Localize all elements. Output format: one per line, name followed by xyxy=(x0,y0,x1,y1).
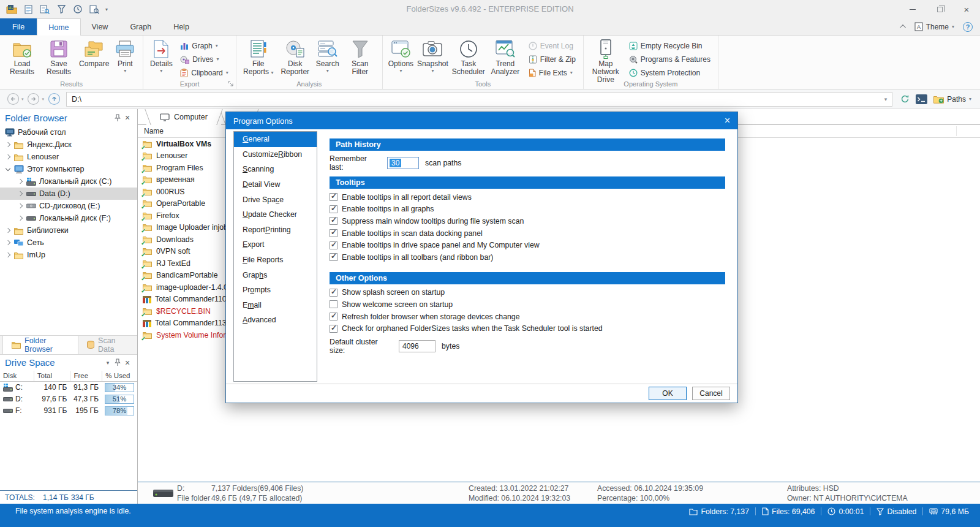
ribbon-button-trend-analyzer[interactable]: Trend Analyzer xyxy=(487,37,524,76)
ribbon-button-snapshot[interactable]: Snapshot▾ xyxy=(415,37,450,74)
checkbox-row-refresh-folder-browser-when-storage-devi[interactable]: Refresh folder browser when storage devi… xyxy=(330,311,725,323)
tree-expander-icon[interactable] xyxy=(4,153,13,162)
tab-graph[interactable]: Graph xyxy=(119,18,162,35)
ribbon-button-load-results[interactable]: Load Results xyxy=(4,37,40,76)
minimize-button[interactable] xyxy=(899,0,926,18)
qat-customize-caret[interactable]: ▾ xyxy=(105,7,108,12)
tree-item-data-d[interactable]: Data (D:) xyxy=(0,188,137,200)
options-nav-export[interactable]: Export xyxy=(234,237,317,252)
checkbox-row-enable-tooltips-in-all-graphs[interactable]: Enable tooltips in all graphs xyxy=(330,203,725,216)
tree-item-сеть[interactable]: Сеть xyxy=(0,237,137,249)
close-panel-icon[interactable]: × xyxy=(123,113,132,122)
checkbox-row-show-splash-screen-on-startup[interactable]: Show splash screen on startup xyxy=(330,287,725,299)
collapse-ribbon-icon[interactable] xyxy=(900,25,906,31)
checkbox-icon[interactable] xyxy=(330,289,337,297)
funnel-icon[interactable] xyxy=(56,5,67,13)
checkbox-row-enable-tooltips-in-scan-data-docking-pan[interactable]: Enable tooltips in scan data docking pan… xyxy=(330,227,725,240)
options-nav-advanced[interactable]: Advanced xyxy=(234,313,317,328)
app-icon[interactable] xyxy=(6,4,17,14)
tree-item-рабочий-стол[interactable]: Рабочий стол xyxy=(0,126,137,138)
back-button[interactable] xyxy=(6,93,20,106)
options-nav-detail-view[interactable]: Detail View xyxy=(234,177,317,192)
tree-item-lenouser[interactable]: Lenouser xyxy=(0,151,137,163)
drive-row-c[interactable]: C:140 ГБ91,3 ГБ34% xyxy=(0,382,137,393)
checkbox-row-enable-tooltips-in-all-report-detail-vie[interactable]: Enable tooltips in all report detail vie… xyxy=(330,191,725,203)
checkbox-row-check-for-orphaned-foldersizes-tasks-whe[interactable]: Check for orphaned FolderSizes tasks whe… xyxy=(330,322,725,335)
options-nav-drive-space[interactable]: Drive Space xyxy=(234,192,317,207)
checkbox-icon[interactable] xyxy=(330,253,337,261)
ribbon-button-task-scheduler[interactable]: Task Scheduler xyxy=(450,37,487,76)
ribbon-button-print[interactable]: Print▾ xyxy=(111,37,139,74)
forward-history-caret[interactable]: ▾ xyxy=(42,97,45,102)
ribbon-button-disk-reporter[interactable]: Disk Reporter xyxy=(277,37,314,76)
back-history-caret[interactable]: ▾ xyxy=(21,97,24,102)
drive-row-f[interactable]: F:931 ГБ195 ГБ78% xyxy=(0,405,137,417)
tree-expander-icon[interactable] xyxy=(16,177,25,186)
ribbon-button-system-protection[interactable]: System Protection xyxy=(627,66,713,79)
tree-expander-icon[interactable] xyxy=(4,140,13,150)
checkbox-icon[interactable] xyxy=(330,313,337,320)
column-header-free[interactable]: Free xyxy=(70,371,102,381)
up-button[interactable] xyxy=(47,93,61,106)
checkbox-row-show-welcome-screen-on-startup[interactable]: Show welcome screen on startup xyxy=(330,298,725,311)
restore-button[interactable] xyxy=(926,0,953,18)
tree-item-cd-дисковод-e[interactable]: CD-дисковод (E:) xyxy=(0,200,137,212)
tree-expander-icon[interactable] xyxy=(4,251,13,260)
panel-tab-scan-data[interactable]: Scan Data xyxy=(78,336,137,354)
column-header-disk[interactable]: Disk xyxy=(0,371,34,381)
tree-item-этот-компьютер[interactable]: Этот компьютер xyxy=(0,163,137,175)
tree-item-библиотеки[interactable]: Библиотеки xyxy=(0,224,137,237)
doc-preview-icon[interactable] xyxy=(89,5,100,14)
tree-expander-icon[interactable] xyxy=(16,189,25,199)
ribbon-button-compare[interactable]: Compare xyxy=(77,37,111,68)
tab-help[interactable]: Help xyxy=(162,18,200,35)
view-tab-computer[interactable]: Computer xyxy=(146,109,221,125)
tree-item-imup[interactable]: ImUp xyxy=(0,249,137,261)
column-header-used[interactable]: % Used xyxy=(102,371,137,381)
path-dropdown-caret[interactable]: ▾ xyxy=(884,96,888,102)
cluster-size-input[interactable] xyxy=(399,340,435,352)
checkbox-row-suppress-main-window-tooltips-during-fil[interactable]: Suppress main window tooltips during fil… xyxy=(330,215,725,227)
pin-icon[interactable] xyxy=(113,358,123,366)
options-nav-customize-ribbon[interactable]: Customize Ribbon xyxy=(234,147,317,162)
tab-file[interactable]: File xyxy=(0,18,37,35)
options-nav-prompts[interactable]: Prompts xyxy=(234,282,317,298)
checkbox-icon[interactable] xyxy=(330,205,337,213)
options-nav-email[interactable]: Email xyxy=(234,298,317,313)
checkbox-icon[interactable] xyxy=(330,229,337,237)
path-input[interactable]: D:\ ▾ xyxy=(66,92,892,107)
tree-expander-icon[interactable] xyxy=(4,238,13,248)
help-button[interactable]: ? xyxy=(963,22,973,32)
options-nav-graphs[interactable]: Graphs xyxy=(234,267,317,282)
console-button[interactable] xyxy=(914,93,928,106)
dialog-launcher-icon[interactable] xyxy=(228,80,233,88)
ok-button[interactable]: OK xyxy=(649,387,687,400)
ribbon-button-empty-recycle-bin[interactable]: Empty Recycle Bin xyxy=(627,39,713,52)
checkbox-icon[interactable] xyxy=(330,300,337,308)
options-nav-scanning[interactable]: Scanning xyxy=(234,162,317,177)
ribbon-button-filter-zip[interactable]: Filter & Zip xyxy=(526,53,578,66)
ribbon-button-drives[interactable]: Drives▾ xyxy=(178,53,230,66)
clock-icon[interactable] xyxy=(72,5,83,13)
checkbox-icon[interactable] xyxy=(330,241,337,249)
dialog-titlebar[interactable]: Program Options × xyxy=(226,112,737,129)
forward-button[interactable] xyxy=(27,93,40,106)
ribbon-button-programs-features[interactable]: Programs & Features xyxy=(627,53,713,66)
ribbon-button-scan-filter[interactable]: Scan Filter xyxy=(342,37,379,76)
panel-tab-folder-browser[interactable]: Folder Browser xyxy=(2,336,78,354)
options-nav-update-checker[interactable]: Update Checker xyxy=(234,207,317,222)
checkbox-row-enable-tooltips-in-drive-space-panel-and[interactable]: Enable tooltips in drive space panel and… xyxy=(330,239,725,251)
ribbon-button-save-results[interactable]: Save Results xyxy=(40,37,77,76)
drive-row-d[interactable]: D:97,6 ГБ47,3 ГБ51% xyxy=(0,393,137,405)
tree-item-локальный-диск-c[interactable]: Локальный диск (C:) xyxy=(0,175,137,188)
options-nav-file-reports[interactable]: File Reports xyxy=(234,252,317,268)
checkbox-icon[interactable] xyxy=(330,325,337,333)
panel-menu-caret[interactable]: ▾ xyxy=(103,360,113,366)
ribbon-button-file-exts[interactable]: File Exts▾ xyxy=(526,66,578,79)
tree-expander-icon[interactable] xyxy=(4,226,13,235)
checkbox-row-enable-tooltips-in-all-toolbars-and-ribb[interactable]: Enable tooltips in all toolbars (and rib… xyxy=(330,251,725,264)
tree-expander-icon[interactable] xyxy=(16,214,25,223)
ribbon-button-details[interactable]: Details▾ xyxy=(147,37,175,74)
doc-icon[interactable] xyxy=(23,5,34,14)
checkbox-icon[interactable] xyxy=(330,193,337,201)
